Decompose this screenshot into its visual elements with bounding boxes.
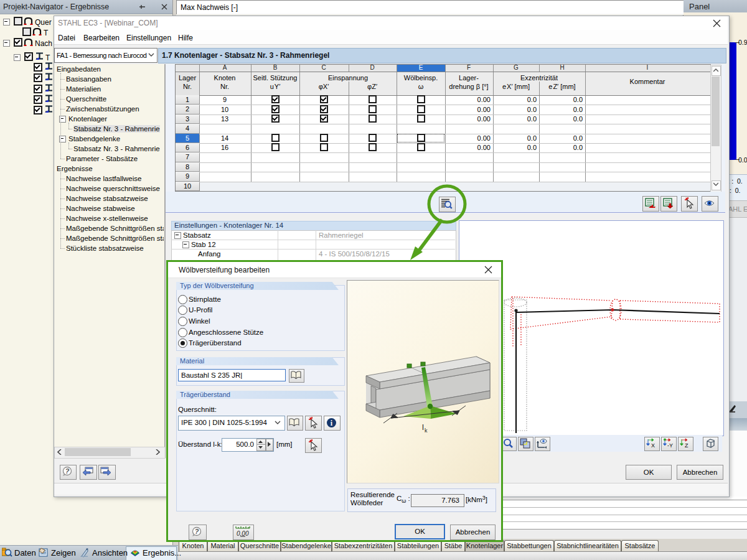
svg-text:?: ? (65, 467, 70, 475)
svg-text:-Y: -Y (667, 442, 673, 449)
svg-text:X: X (651, 442, 655, 449)
svg-text:l: l (422, 422, 424, 432)
svg-text:0.00: 0.00 (237, 530, 249, 537)
svg-text:?: ? (195, 528, 199, 535)
svg-text:k: k (425, 427, 428, 434)
svg-text:Z: Z (685, 442, 688, 449)
